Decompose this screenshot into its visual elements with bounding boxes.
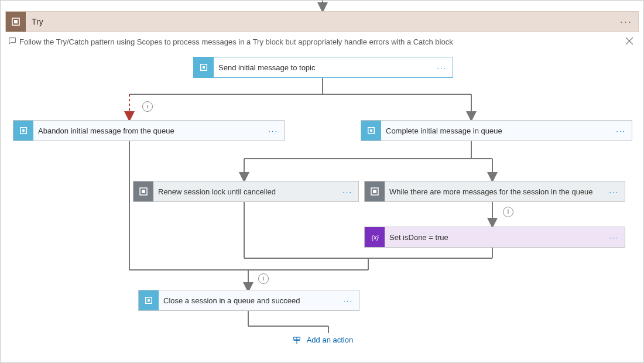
action-close-session[interactable]: Close a session in a queue and succeed ·… [138, 290, 359, 311]
more-icon[interactable]: ··· [437, 63, 447, 72]
scope-header-try[interactable]: Try ··· [5, 11, 639, 32]
comment-icon [5, 36, 19, 47]
scope-icon [365, 182, 385, 201]
action-renew-lock[interactable]: Renew session lock until cancelled ··· [133, 181, 359, 202]
svg-rect-31 [373, 190, 376, 193]
servicebus-icon [194, 57, 214, 77]
more-icon[interactable]: ··· [616, 126, 626, 135]
action-complete[interactable]: Complete initial message in queue ··· [361, 120, 632, 141]
svg-point-34 [148, 299, 150, 302]
svg-rect-29 [142, 190, 145, 193]
add-action-label: Add an action [307, 335, 354, 344]
try-scope-canvas: Try ··· Follow the Try/Catch pattern usi… [0, 0, 644, 363]
more-icon[interactable]: ··· [343, 296, 353, 305]
action-title: Complete initial message in queue [386, 126, 502, 135]
scope-comment-row: Follow the Try/Catch pattern using Scope… [5, 32, 639, 52]
scope-comment-text: Follow the Try/Catch pattern using Scope… [19, 37, 639, 46]
action-while-more[interactable]: While there are more messages for the se… [364, 181, 625, 202]
scope-title: Try [32, 17, 43, 26]
scope-more-icon[interactable]: ··· [620, 12, 632, 32]
more-icon[interactable]: ··· [609, 187, 619, 196]
svg-text:{x}: {x} [372, 234, 379, 241]
svg-point-25 [22, 129, 25, 132]
scope-icon [133, 182, 153, 201]
svg-rect-21 [14, 20, 18, 23]
info-icon[interactable]: i [142, 101, 153, 112]
action-title: Send initial message to topic [218, 63, 315, 72]
close-icon[interactable] [624, 35, 635, 47]
more-icon[interactable]: ··· [609, 233, 619, 242]
more-icon[interactable]: ··· [342, 187, 352, 196]
more-icon[interactable]: ··· [268, 126, 278, 135]
info-icon[interactable]: i [258, 273, 269, 284]
variable-icon: {x} [365, 227, 385, 247]
servicebus-icon [361, 121, 381, 141]
svg-point-23 [203, 66, 205, 69]
scope-icon [6, 12, 26, 32]
action-title: Abandon initial message from the queue [38, 126, 174, 135]
action-title: Close a session in a queue and succeed [163, 296, 300, 305]
action-abandon[interactable]: Abandon initial message from the queue ·… [13, 120, 285, 141]
action-title: While there are more messages for the se… [389, 187, 593, 196]
svg-point-27 [370, 129, 373, 132]
action-set-isdone[interactable]: {x} Set isDone = true ··· [364, 227, 625, 248]
action-title: Renew session lock until cancelled [158, 187, 276, 196]
servicebus-icon [13, 121, 33, 141]
servicebus-icon [139, 290, 159, 310]
action-title: Set isDone = true [389, 233, 448, 242]
add-action-link[interactable]: Add an action [1, 335, 644, 345]
info-icon[interactable]: i [503, 207, 513, 217]
action-send-initial[interactable]: Send initial message to topic ··· [193, 57, 453, 78]
